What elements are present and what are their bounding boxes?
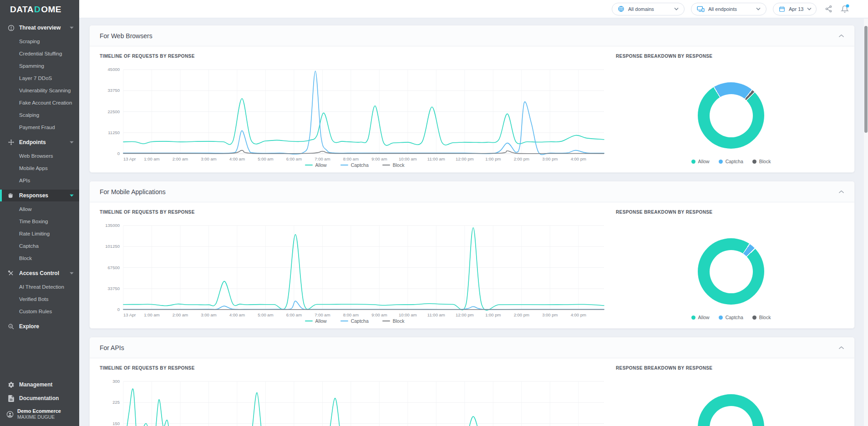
legend-dot-swatch (719, 316, 723, 320)
chevron-down-icon (70, 26, 74, 29)
timeline-title: TIMELINE OF REQUESTS BY RESPONSE (100, 54, 609, 59)
account-user: MAXIME DUGUE (17, 415, 61, 420)
svg-text:150: 150 (112, 421, 120, 426)
sidebar-item-verified-bots[interactable]: Verified Bots (0, 295, 79, 304)
sidebar-item-time-boxing[interactable]: Time Boxing (0, 217, 79, 226)
legend-line-swatch (382, 165, 390, 165)
panel-title: For APIs (100, 344, 124, 351)
sidebar-item-scraping[interactable]: Scraping (0, 37, 79, 46)
sidebar-item-apis[interactable]: APIs (0, 176, 79, 185)
sidebar-item-ai-threat-detection[interactable]: AI Threat Detection (0, 282, 79, 291)
legend-item-block[interactable]: Block (752, 315, 771, 320)
legend-item-allow[interactable]: Allow (305, 318, 327, 324)
sidebar-section-access-control[interactable]: Access Control (0, 267, 79, 279)
sidebar-item-rate-limiting[interactable]: Rate Limiting (0, 229, 79, 238)
sidebar-item-block[interactable]: Block (0, 254, 79, 263)
svg-text:11250: 11250 (108, 130, 120, 135)
legend-item-block[interactable]: Block (382, 162, 405, 168)
timeline-plot: 30022515075013 Apr1:00 am2:00 am3:00 am4… (100, 377, 609, 426)
devices-icon (697, 6, 705, 12)
sidebar-section-threat-overview[interactable]: Threat overview (0, 22, 79, 34)
legend-dot-swatch (719, 160, 723, 164)
panel-title: For Mobile Applications (100, 188, 166, 195)
panel-header[interactable]: For APIs (90, 337, 854, 358)
notifications-bell-icon[interactable] (841, 5, 849, 13)
move-cross-icon (7, 139, 15, 146)
legend-item-captcha[interactable]: Captcha (719, 159, 743, 164)
endpoints-filter-label: All endpoints (708, 6, 737, 12)
svg-text:3:00 pm: 3:00 pm (542, 156, 558, 161)
date-filter-dropdown[interactable]: Apr 13 (773, 3, 817, 15)
panel-header[interactable]: For Web Browsers (90, 25, 854, 46)
svg-text:7:00 am: 7:00 am (315, 312, 330, 317)
legend-item-allow[interactable]: Allow (691, 159, 710, 164)
account-switcher[interactable]: Demo EcommerceMAXIME DUGUE (0, 405, 79, 421)
sidebar-item-mobile-apps[interactable]: Mobile Apps (0, 164, 79, 173)
legend-item-captcha[interactable]: Captcha (340, 162, 369, 168)
panel-for-web-browsers: For Web BrowsersTIMELINE OF REQUESTS BY … (89, 25, 855, 173)
svg-text:225: 225 (112, 400, 120, 405)
chevron-up-icon[interactable] (838, 346, 844, 350)
sidebar-item-credential-stuffing[interactable]: Credential Stuffing (0, 49, 79, 58)
sidebar-item-captcha[interactable]: Captcha (0, 241, 79, 251)
chevron-up-icon[interactable] (838, 34, 844, 38)
legend-item-captcha[interactable]: Captcha (719, 315, 743, 320)
timeline-chart: 45000337502250011250013 Apr1:00 am2:00 a… (100, 65, 606, 161)
panel-title: For Web Browsers (100, 32, 152, 40)
sidebar-section-endpoints[interactable]: Endpoints (0, 136, 79, 148)
svg-text:4:00 pm: 4:00 pm (571, 156, 586, 161)
svg-text:8:00 am: 8:00 am (343, 312, 359, 317)
svg-text:4:00 am: 4:00 am (229, 312, 245, 317)
endpoints-filter-dropdown[interactable]: All endpoints (691, 3, 766, 15)
legend-item-block[interactable]: Block (752, 159, 771, 164)
sidebar-item-allow[interactable]: Allow (0, 205, 79, 214)
timeline-chart: 1350001012506750033750013 Apr1:00 am2:00… (100, 221, 606, 317)
svg-text:1:00 am: 1:00 am (144, 312, 159, 317)
domains-filter-dropdown[interactable]: All domains (612, 3, 685, 15)
svg-text:67500: 67500 (108, 265, 120, 270)
svg-text:3:00 pm: 3:00 pm (542, 312, 558, 317)
vertical-scrollbar (864, 19, 868, 426)
sidebar-item-custom-rules[interactable]: Custom Rules (0, 307, 79, 316)
sidebar-section-label: Responses (19, 192, 48, 199)
svg-text:300: 300 (112, 379, 120, 384)
legend-dot-swatch (752, 316, 756, 320)
svg-text:10:00 am: 10:00 am (399, 156, 417, 161)
sidebar-item-payment-fraud[interactable]: Payment Fraud (0, 123, 79, 132)
datadome-logo[interactable]: DATADOME (0, 0, 79, 17)
sidebar-item-documentation[interactable]: Documentation (0, 391, 79, 405)
breakdown-donut-chart (698, 82, 764, 149)
timeline-title: TIMELINE OF REQUESTS BY RESPONSE (100, 366, 609, 371)
breakdown-title: RESPONSE BREAKDOWN BY RESPONSE (616, 366, 846, 371)
svg-text:0: 0 (117, 307, 120, 312)
svg-text:3:00 am: 3:00 am (201, 312, 216, 317)
sidebar-item-vulnerability-scanning[interactable]: Vulnerability Scanning (0, 86, 79, 95)
sidebar-item-management[interactable]: Management (0, 378, 79, 391)
svg-text:135000: 135000 (105, 223, 120, 228)
svg-text:10:00 am: 10:00 am (399, 312, 417, 317)
legend-item-block[interactable]: Block (382, 318, 405, 324)
scrollbar-thumb[interactable] (864, 26, 868, 133)
chevron-down-icon (70, 141, 74, 144)
svg-text:5:00 am: 5:00 am (258, 312, 273, 317)
date-filter-label: Apr 13 (789, 6, 803, 12)
breakdown-section: RESPONSE BREAKDOWN BY RESPONSEAllowCaptc… (609, 366, 846, 426)
sidebar-section-explore[interactable]: Explore (0, 321, 79, 332)
legend-item-allow[interactable]: Allow (305, 162, 327, 168)
chevron-up-icon[interactable] (838, 190, 844, 194)
sidebar: DATADOME Threat overviewScrapingCredenti… (0, 0, 79, 426)
legend-item-captcha[interactable]: Captcha (340, 318, 369, 324)
sidebar-section-label: Threat overview (19, 25, 61, 31)
sidebar-item-spamming[interactable]: Spamming (0, 61, 79, 70)
sidebar-item-scalping[interactable]: Scalping (0, 110, 79, 120)
breakdown-section: RESPONSE BREAKDOWN BY RESPONSEAllowCaptc… (609, 210, 846, 324)
sidebar-item-layer-7-ddos[interactable]: Layer 7 DDoS (0, 74, 79, 83)
panel-header[interactable]: For Mobile Applications (90, 181, 854, 202)
legend-item-allow[interactable]: Allow (691, 315, 710, 320)
sidebar-item-web-browsers[interactable]: Web Browsers (0, 151, 79, 160)
notification-dot (846, 5, 849, 8)
sidebar-item-fake-account-creation[interactable]: Fake Account Creation (0, 98, 79, 107)
sidebar-section-label: Endpoints (19, 139, 46, 145)
share-icon[interactable] (825, 5, 832, 13)
sidebar-section-responses[interactable]: Responses (0, 190, 79, 201)
